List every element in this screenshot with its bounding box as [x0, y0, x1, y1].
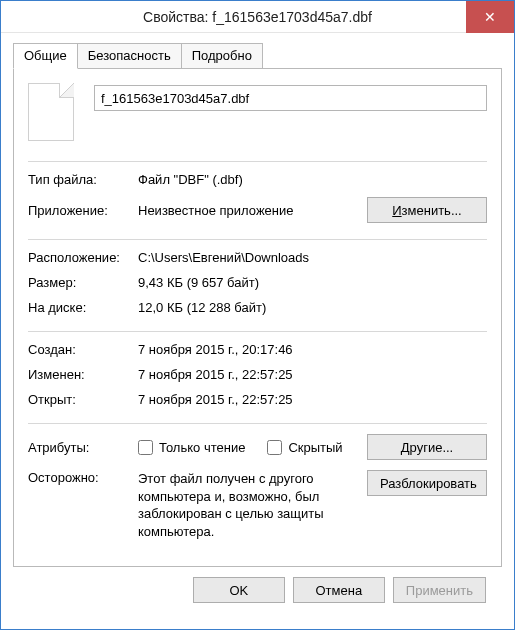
value-location: C:\Users\Евгений\Downloads	[138, 250, 487, 265]
file-header	[28, 83, 487, 141]
value-application: Неизвестное приложение	[138, 203, 359, 218]
row-accessed: Открыт: 7 ноября 2015 г., 22:57:25	[28, 392, 487, 407]
advanced-button[interactable]: Другие...	[367, 434, 487, 460]
label-modified: Изменен:	[28, 367, 138, 382]
row-modified: Изменен: 7 ноября 2015 г., 22:57:25	[28, 367, 487, 382]
label-size-on-disk: На диске:	[28, 300, 138, 315]
row-size-on-disk: На диске: 12,0 КБ (12 288 байт)	[28, 300, 487, 315]
tab-general[interactable]: Общие	[13, 43, 78, 69]
checkbox-readonly-wrap[interactable]: Только чтение	[138, 440, 245, 455]
value-caution: Этот файл получен с другого компьютера и…	[138, 470, 359, 540]
label-created: Создан:	[28, 342, 138, 357]
row-created: Создан: 7 ноября 2015 г., 20:17:46	[28, 342, 487, 357]
filename-input[interactable]	[94, 85, 487, 111]
row-caution: Осторожно: Этот файл получен с другого к…	[28, 470, 487, 540]
label-hidden: Скрытый	[288, 440, 342, 455]
row-size: Размер: 9,43 КБ (9 657 байт)	[28, 275, 487, 290]
value-modified: 7 ноября 2015 г., 22:57:25	[138, 367, 487, 382]
unblock-button[interactable]: Разблокировать	[367, 470, 487, 496]
checkbox-hidden[interactable]	[267, 440, 282, 455]
attribute-checkboxes: Только чтение Скрытый	[138, 440, 359, 455]
checkbox-hidden-wrap[interactable]: Скрытый	[267, 440, 342, 455]
tab-strip: Общие Безопасность Подробно	[13, 43, 502, 69]
label-attributes: Атрибуты:	[28, 440, 138, 455]
tab-panel-general: Тип файла: Файл "DBF" (.dbf) Приложение:…	[13, 68, 502, 567]
label-application: Приложение:	[28, 203, 138, 218]
cancel-button[interactable]: Отмена	[293, 577, 385, 603]
divider	[28, 423, 487, 424]
value-created: 7 ноября 2015 г., 20:17:46	[138, 342, 487, 357]
close-button[interactable]: ✕	[466, 1, 514, 33]
divider	[28, 161, 487, 162]
label-caution: Осторожно:	[28, 470, 138, 485]
client-area: Общие Безопасность Подробно Тип файла: Ф…	[1, 33, 514, 629]
label-readonly: Только чтение	[159, 440, 245, 455]
checkbox-readonly[interactable]	[138, 440, 153, 455]
label-location: Расположение:	[28, 250, 138, 265]
value-size: 9,43 КБ (9 657 байт)	[138, 275, 487, 290]
value-accessed: 7 ноября 2015 г., 22:57:25	[138, 392, 487, 407]
label-file-type: Тип файла:	[28, 172, 138, 187]
row-attributes: Атрибуты: Только чтение Скрытый Другие..…	[28, 434, 487, 460]
apply-button[interactable]: Применить	[393, 577, 486, 603]
tab-security[interactable]: Безопасность	[77, 43, 182, 69]
divider	[28, 331, 487, 332]
value-size-on-disk: 12,0 КБ (12 288 байт)	[138, 300, 487, 315]
ok-button[interactable]: OK	[193, 577, 285, 603]
row-application: Приложение: Неизвестное приложение Измен…	[28, 197, 487, 223]
value-file-type: Файл "DBF" (.dbf)	[138, 172, 487, 187]
change-button[interactable]: Изменить...	[367, 197, 487, 223]
properties-window: Свойства: f_161563e1703d45a7.dbf ✕ Общие…	[0, 0, 515, 630]
label-accessed: Открыт:	[28, 392, 138, 407]
file-icon	[28, 83, 74, 141]
dialog-footer: OK Отмена Применить	[13, 567, 502, 617]
tab-details[interactable]: Подробно	[181, 43, 263, 69]
window-title: Свойства: f_161563e1703d45a7.dbf	[1, 9, 514, 25]
close-icon: ✕	[484, 9, 496, 25]
row-file-type: Тип файла: Файл "DBF" (.dbf)	[28, 172, 487, 187]
label-size: Размер:	[28, 275, 138, 290]
titlebar: Свойства: f_161563e1703d45a7.dbf ✕	[1, 1, 514, 33]
divider	[28, 239, 487, 240]
row-location: Расположение: C:\Users\Евгений\Downloads	[28, 250, 487, 265]
